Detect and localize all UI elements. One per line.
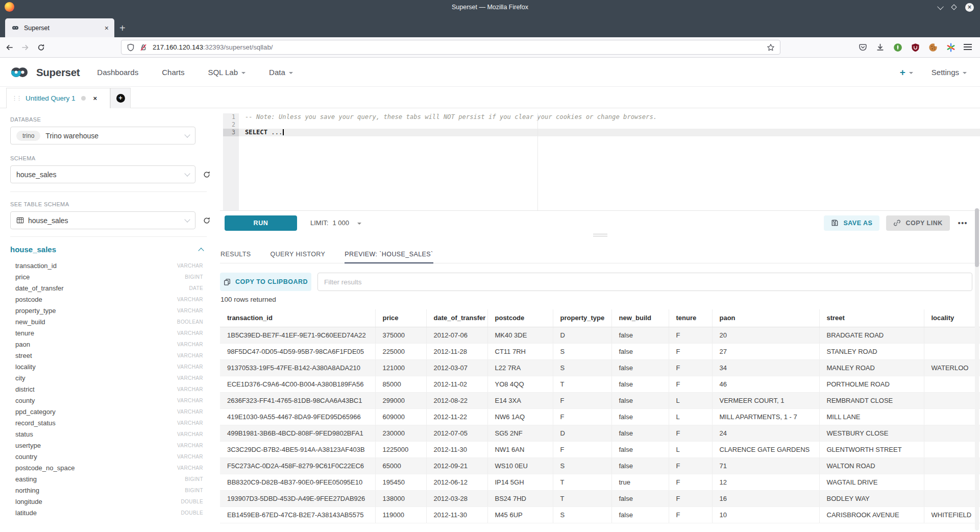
table-schema-header[interactable]: house_sales xyxy=(10,245,203,254)
download-icon[interactable] xyxy=(876,43,885,52)
gutter-line-number: 1 xyxy=(223,113,239,121)
filter-results-input[interactable] xyxy=(317,273,972,291)
url-host: 217.160.120.143 xyxy=(153,43,203,51)
menu-icon[interactable] xyxy=(964,44,972,52)
nav-link-dashboards[interactable]: Dashboards xyxy=(97,68,138,77)
tracking-shield-icon[interactable] xyxy=(127,43,135,52)
table-header-street[interactable]: street xyxy=(819,309,924,327)
add-new-button[interactable]: + xyxy=(900,67,913,77)
table-cell: false xyxy=(611,376,669,392)
insecure-lock-icon[interactable] xyxy=(139,43,148,52)
nav-link-charts[interactable]: Charts xyxy=(162,68,184,77)
cookie-icon[interactable] xyxy=(928,43,938,52)
plus-circle-icon[interactable]: + xyxy=(116,94,125,103)
table-cell: S xyxy=(553,359,611,376)
settings-menu[interactable]: Settings xyxy=(932,68,967,77)
window-close-icon[interactable]: × xyxy=(965,3,974,12)
table-title[interactable]: house_sales xyxy=(10,245,56,254)
tab-results[interactable]: RESULTS xyxy=(220,242,251,263)
nav-link-sql-lab[interactable]: SQL Lab xyxy=(208,68,246,77)
chevron-up-icon[interactable] xyxy=(198,248,204,253)
nav-link-data[interactable]: Data xyxy=(269,68,293,77)
superset-logo-icon[interactable] xyxy=(7,65,32,79)
table-cell: ECE1D376-C9A6-4C00-B004-A380B189FA56 xyxy=(220,376,375,392)
table-header-tenure[interactable]: tenure xyxy=(669,309,712,327)
refresh-tables-button[interactable] xyxy=(203,216,211,225)
query-tab-title[interactable]: Untitled Query 1 xyxy=(26,94,76,102)
ublock-icon[interactable] xyxy=(911,43,920,52)
table-row: ECE1D376-C9A6-4C00-B004-A380B189FA568500… xyxy=(220,376,980,392)
table-cell: F xyxy=(553,441,611,457)
column-row-northing: northingBIGINT xyxy=(10,485,203,496)
chevron-down-icon xyxy=(963,72,967,74)
table-cell: 2012-03-07 xyxy=(426,359,487,376)
table-header-price[interactable]: price xyxy=(375,309,426,327)
scrollbar-thumb[interactable] xyxy=(975,208,979,267)
window-maximize-icon[interactable] xyxy=(951,4,957,10)
query-tab-close-icon[interactable]: × xyxy=(93,95,97,102)
table-header-locality[interactable]: locality xyxy=(924,309,980,327)
browser-tab-superset[interactable]: Superset × xyxy=(5,18,114,37)
table-cell: F xyxy=(669,506,712,523)
browser-new-tab-button[interactable]: + xyxy=(119,23,126,33)
privacy-badger-icon[interactable] xyxy=(893,43,902,52)
reload-icon[interactable] xyxy=(37,43,45,52)
column-row-latitude: latitudeDOUBLE xyxy=(10,507,203,518)
table-cell: 419E1030-9A55-4467-8DA9-9FED95D65966 xyxy=(220,408,375,425)
multi-account-containers-icon[interactable] xyxy=(946,43,955,52)
editor-print-margin xyxy=(537,113,538,210)
browser-tab-title: Superset xyxy=(24,25,105,32)
database-select[interactable]: trino Trino warehouse xyxy=(10,127,195,144)
table-cell: 121000 xyxy=(375,359,426,376)
column-row-locality: localityVARCHAR xyxy=(10,361,203,372)
table-header-transaction-id[interactable]: transaction_id xyxy=(220,309,375,327)
table-cell: 609000 xyxy=(375,408,426,425)
tab-query-history[interactable]: QUERY HISTORY xyxy=(271,242,326,263)
editor-code[interactable]: -- Note: Unless you save your query, the… xyxy=(239,113,980,210)
sql-toolbar: RUN LIMIT: 1 000 SAVE AS xyxy=(220,211,980,235)
table-header-new-build[interactable]: new_build xyxy=(611,309,669,327)
bookmark-star-icon[interactable] xyxy=(767,43,775,52)
column-name: county xyxy=(15,397,35,404)
table-select[interactable]: house_sales xyxy=(10,211,195,229)
sql-editor[interactable]: 123 -- Note: Unless you save your query,… xyxy=(220,113,980,211)
drag-handle-icon[interactable]: ⋮⋮ xyxy=(12,95,21,102)
refresh-schemas-button[interactable] xyxy=(203,171,211,179)
results-scrollbar[interactable] xyxy=(975,208,979,530)
pocket-icon[interactable] xyxy=(859,43,867,52)
url-bar[interactable]: 217.160.120.143:32393/superset/sqllab/ xyxy=(121,40,780,55)
column-name: transaction_id xyxy=(15,262,57,270)
back-icon[interactable] xyxy=(5,43,14,52)
more-actions-button[interactable]: ••• xyxy=(958,219,968,227)
chevron-down-icon xyxy=(184,171,190,176)
table-header-date-of-transfer[interactable]: date_of_transfer xyxy=(426,309,487,327)
sqllab-sidebar: DATABASE trino Trino warehouse SCHEMA ho… xyxy=(0,108,219,532)
browser-tab-close-icon[interactable]: × xyxy=(105,25,109,32)
copy-to-clipboard-button[interactable]: COPY TO CLIPBOARD xyxy=(220,273,311,291)
table-cell xyxy=(924,425,980,441)
add-query-tab[interactable]: + xyxy=(110,88,131,108)
window-minimize-icon[interactable] xyxy=(937,3,944,10)
query-tab[interactable]: ⋮⋮ Untitled Query 1 × xyxy=(6,88,110,108)
table-cell: false xyxy=(611,408,669,425)
window-controls: × xyxy=(938,0,974,14)
table-row: EB1459EB-67ED-47C8-B2E7-A38143AB55751190… xyxy=(220,506,980,523)
table-header-paon[interactable]: paon xyxy=(712,309,819,327)
table-header-property-type[interactable]: property_type xyxy=(553,309,611,327)
run-button[interactable]: RUN xyxy=(225,215,297,231)
table-cell: 3C3C29DC-B7B2-4BE5-914A-A38123AF403B xyxy=(220,441,375,457)
table-cell: EB1459EB-67ED-47C8-B2E7-A38143AB5575 xyxy=(220,506,375,523)
table-cell: 12 xyxy=(712,474,819,490)
tab-state-dot xyxy=(81,96,86,101)
column-name: northing xyxy=(15,487,39,494)
save-as-button[interactable]: SAVE AS xyxy=(824,215,879,231)
limit-dropdown[interactable]: LIMIT: 1 000 xyxy=(310,219,361,227)
tab-preview-house-sales[interactable]: PREVIEW: `HOUSE_SALES` xyxy=(345,242,433,263)
brand-title[interactable]: Superset xyxy=(36,66,80,79)
schema-select[interactable]: house_sales xyxy=(10,165,195,183)
forward-icon[interactable] xyxy=(21,43,30,52)
pane-resize-handle[interactable] xyxy=(593,234,607,238)
table-cell: F xyxy=(553,392,611,408)
copy-link-button[interactable]: COPY LINK xyxy=(886,215,949,231)
table-header-postcode[interactable]: postcode xyxy=(487,309,553,327)
